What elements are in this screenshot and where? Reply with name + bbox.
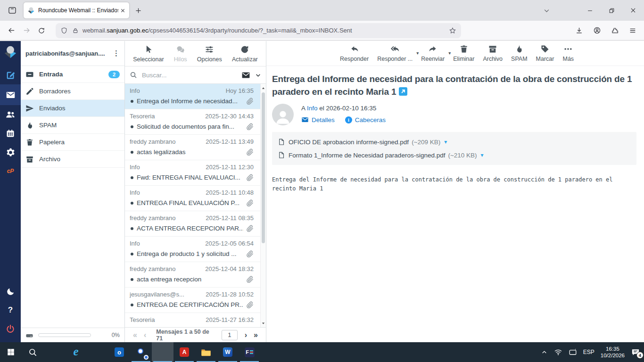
attachment-name[interactable]: OFICIO DE aprobacion informe-signed.pdf bbox=[289, 139, 409, 146]
message-row[interactable]: Info 2025-12-11 12:30 Fwd: ENTREGA FINAL… bbox=[125, 160, 266, 186]
attachment-menu-caret-icon[interactable]: ▾ bbox=[444, 139, 447, 145]
browser-tab[interactable]: Roundcube Webmail :: Enviados bbox=[24, 2, 129, 18]
attachment-menu-caret-icon[interactable]: ▾ bbox=[481, 152, 484, 158]
clock[interactable]: 16:3510/2/2026 bbox=[601, 346, 625, 359]
message-row[interactable]: freddy zambrano 2025-12-11 13:49 actas l… bbox=[125, 135, 266, 160]
account-header[interactable]: patriciabonifas@sanjuan.... ⋮ bbox=[21, 41, 124, 66]
back-button[interactable] bbox=[4, 24, 19, 38]
page-number-input[interactable]: 1 bbox=[222, 330, 238, 340]
toolbar-button-seleccionar[interactable]: Seleccionar bbox=[129, 44, 167, 64]
outlook-taskbar-button[interactable]: o bbox=[108, 342, 130, 362]
attachment-row[interactable]: OFICIO DE aprobacion informe-signed.pdf … bbox=[278, 135, 631, 148]
open-in-new-window-icon[interactable] bbox=[399, 87, 407, 96]
message-row[interactable]: freddy zambrano 2025-12-04 18:32 acta en… bbox=[125, 262, 266, 288]
folder-spam[interactable]: SPAM bbox=[21, 117, 124, 134]
tab-close-icon[interactable] bbox=[120, 8, 125, 13]
message-row[interactable]: freddy zambrano 2025-12-11 08:35 ACTA EN… bbox=[125, 211, 266, 237]
recipient-link[interactable]: Info bbox=[307, 105, 318, 112]
search-scope-envelope-icon[interactable] bbox=[241, 71, 250, 80]
settings-nav-button[interactable] bbox=[0, 143, 21, 162]
logout-power-button[interactable] bbox=[0, 320, 21, 338]
search-options-chevron-icon[interactable] bbox=[255, 72, 261, 78]
message-row[interactable]: Info Hoy 16:35 Entrega del Informe de ne… bbox=[125, 84, 266, 109]
dark-mode-moon-button[interactable] bbox=[0, 282, 21, 301]
help-button[interactable]: ? bbox=[0, 301, 21, 320]
list-scrollbar[interactable] bbox=[260, 84, 266, 327]
acrobat-taskbar-button[interactable]: A bbox=[173, 342, 195, 362]
internet-explorer-taskbar-button[interactable]: e bbox=[65, 342, 87, 362]
firefox-view-button[interactable] bbox=[5, 4, 20, 17]
scroll-up-icon[interactable] bbox=[261, 85, 266, 91]
word-taskbar-button[interactable]: W bbox=[217, 342, 239, 362]
details-toggle[interactable]: Detalles bbox=[301, 116, 335, 123]
last-page-button[interactable]: » bbox=[250, 331, 261, 339]
tab-list-chevron-icon[interactable] bbox=[538, 7, 554, 14]
toolbar-button-mas[interactable]: Más bbox=[559, 43, 578, 63]
lock-icon[interactable] bbox=[72, 27, 79, 34]
cpanel-button[interactable]: cP bbox=[0, 162, 21, 181]
message-row[interactable]: Tesoreria 2025-12-30 14:43 Solicitud de … bbox=[125, 109, 266, 135]
headers-toggle[interactable]: i Cabeceras bbox=[345, 116, 386, 123]
folder-enviados[interactable]: Enviados bbox=[21, 100, 124, 117]
f-app-taskbar-button[interactable]: F bbox=[239, 342, 260, 362]
folder-papelera[interactable]: Papelera bbox=[21, 134, 124, 151]
bookmark-star-icon[interactable] bbox=[449, 27, 456, 34]
attachment-paperclip-icon bbox=[246, 276, 254, 283]
firefox-taskbar-button[interactable] bbox=[152, 342, 173, 362]
first-page-button[interactable]: « bbox=[130, 331, 140, 339]
notifications-icon[interactable]: 4 bbox=[631, 348, 640, 357]
tray-chevron-up-icon[interactable] bbox=[541, 349, 548, 356]
compose-button[interactable] bbox=[0, 66, 21, 84]
message-row[interactable]: jesusgavilanes@s... 2025-11-28 10:52 ENT… bbox=[125, 288, 266, 313]
attachment-row[interactable]: Formato 1_Informe de Necesidad paraderos… bbox=[278, 148, 631, 162]
message-row[interactable]: Info 2025-12-05 06:54 Entrega de product… bbox=[125, 237, 266, 262]
start-taskbar-button[interactable] bbox=[0, 342, 22, 362]
extensions-icon[interactable] bbox=[607, 24, 622, 38]
folder-entrada[interactable]: Entrada 2 bbox=[21, 66, 124, 83]
next-page-button[interactable]: › bbox=[241, 331, 250, 339]
account-menu-icon[interactable]: ⋮ bbox=[113, 49, 120, 58]
scrollbar-thumb[interactable] bbox=[262, 92, 265, 243]
reload-button[interactable] bbox=[34, 24, 49, 38]
message-row[interactable]: Info 2025-12-11 10:48 ENTREGA FINAL EVAL… bbox=[125, 186, 266, 211]
close-window-button[interactable] bbox=[622, 0, 644, 21]
toolbar-button-reenviar[interactable]: ▾ Reenviar bbox=[417, 43, 448, 63]
new-tab-button[interactable] bbox=[135, 7, 142, 14]
attachment-name[interactable]: Formato 1_Informe de Necesidad paraderos… bbox=[289, 152, 445, 159]
minimize-button[interactable] bbox=[579, 0, 601, 21]
toolbar-button-opciones[interactable]: Opciones bbox=[193, 44, 226, 64]
toolbar-button-eliminar[interactable]: Eliminar bbox=[449, 43, 478, 63]
toolbar-button-archivo[interactable]: Archivo bbox=[479, 43, 506, 63]
toolbar-button-actualizar[interactable]: Actualizar bbox=[228, 44, 262, 64]
toolbar-button-hilos[interactable]: Hilos bbox=[170, 44, 191, 64]
copilot-taskbar-button[interactable] bbox=[43, 342, 65, 362]
wifi-icon[interactable] bbox=[554, 348, 562, 356]
language-indicator[interactable]: ESP bbox=[583, 349, 594, 355]
prev-page-button[interactable]: ‹ bbox=[140, 331, 149, 339]
search-input[interactable] bbox=[141, 71, 239, 79]
taskbar-search-taskbar-button[interactable] bbox=[22, 342, 43, 362]
scroll-down-icon[interactable] bbox=[261, 320, 266, 326]
display-icon[interactable] bbox=[569, 348, 577, 356]
mail-nav-button[interactable] bbox=[0, 84, 21, 105]
url-bar[interactable]: webmail.sanjuan.gob.ec/cpsess4046536154/… bbox=[56, 23, 461, 38]
folder-archivo[interactable]: Archivo bbox=[21, 151, 124, 168]
file-explorer-taskbar-button[interactable] bbox=[195, 342, 217, 362]
edge-taskbar-button[interactable] bbox=[87, 342, 108, 362]
forward-button[interactable] bbox=[19, 24, 34, 38]
toolbar-button-responder[interactable]: Responder bbox=[336, 43, 372, 63]
toolbar-button-spam[interactable]: SPAM bbox=[507, 43, 531, 63]
toolbar-button-responder[interactable]: ▾ Responder ... bbox=[373, 43, 416, 63]
menu-hamburger-icon[interactable] bbox=[625, 24, 640, 38]
downloads-icon[interactable] bbox=[571, 24, 586, 38]
message-row[interactable]: Tesoreria 2025-11-27 16:32 bbox=[125, 313, 266, 327]
tracking-shield-icon[interactable] bbox=[60, 27, 68, 34]
account-icon[interactable] bbox=[589, 24, 604, 38]
toolbar-button-marcar[interactable]: Marcar bbox=[532, 43, 558, 63]
contacts-nav-button[interactable] bbox=[0, 105, 21, 124]
search-icon bbox=[130, 71, 137, 79]
chrome-taskbar-button[interactable] bbox=[130, 342, 152, 362]
restore-button[interactable] bbox=[601, 0, 622, 21]
calendar-nav-button[interactable] bbox=[0, 124, 21, 143]
folder-borradores[interactable]: Borradores bbox=[21, 83, 124, 100]
